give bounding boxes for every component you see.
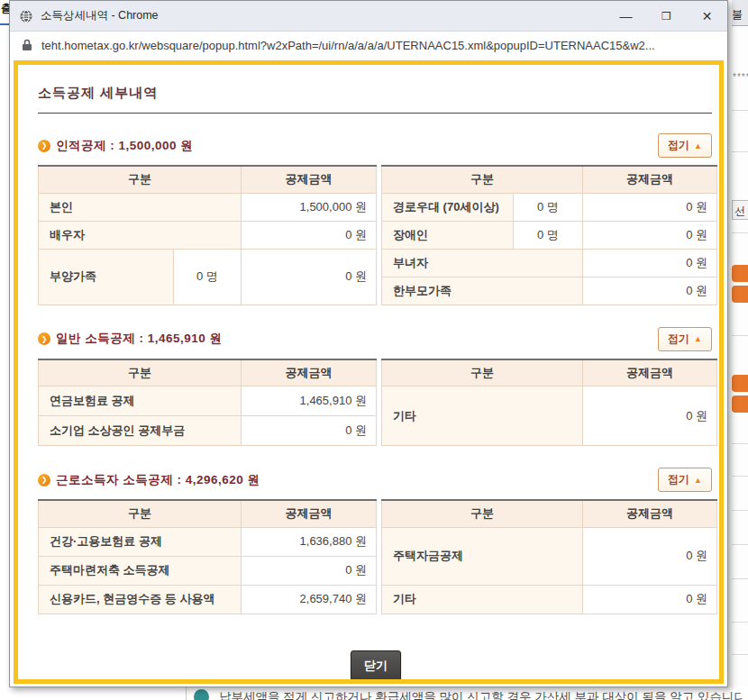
background-orange-button-fragment (732, 265, 748, 282)
row-value: 0 원 (242, 416, 377, 446)
url-bar[interactable]: teht.hometax.go.kr/websquare/popup.html?… (10, 32, 727, 59)
table-row: 신용카드, 현금영수증 등 사용액 2,659,740 원 (39, 585, 377, 614)
table-row: 배우자 0 원 (39, 221, 377, 249)
background-blue-line (0, 23, 9, 25)
globe-favicon-icon (19, 9, 33, 23)
column-header: 공제금액 (583, 500, 717, 527)
row-value: 0 원 (583, 585, 717, 614)
screen: 출 불 **** 선 납부세액을 적게 신고하거나 환급세액을 많이 신고할 경… (0, 0, 748, 700)
section-title-row: ❯ 인적공제 : 1,500,000 원 (38, 138, 193, 154)
window-title: 소득상세내역 - Chrome (41, 8, 606, 23)
table-row: 소기업 소상공인 공제부금 0 원 (39, 416, 377, 446)
background-orange-button-fragment (732, 375, 748, 392)
table-header-row: 구분 공제금액 (39, 359, 377, 386)
row-label: 배우자 (39, 221, 242, 249)
background-vertical-divider (186, 687, 187, 700)
row-value: 0 원 (583, 221, 717, 249)
table-header-row: 구분 공제금액 (39, 166, 377, 193)
arrow-circle-icon: ❯ (38, 474, 50, 486)
general-deduction-right-table: 구분 공제금액 기타 0 원 (381, 359, 717, 447)
section-earned-income-deduction: ❯ 근로소득자 소득공제 : 4,296,620 원 접기 ▲ 구분 공제금액 (38, 468, 714, 614)
background-tab-fragment: 불 (732, 0, 748, 26)
earned-income-right-table: 구분 공제금액 주택자금공제 0 원 기타 0 원 (381, 499, 717, 614)
background-orange-button-fragment (732, 286, 748, 303)
background-divider (732, 232, 748, 233)
info-dot-icon (194, 689, 209, 700)
column-header: 구분 (39, 166, 242, 193)
row-value: 0 원 (242, 221, 377, 249)
row-label: 건강·고용보험료 공제 (39, 527, 242, 556)
section-title-row: ❯ 일반 소득공제 : 1,465,910 원 (38, 331, 223, 347)
table-row: 본인 1,500,000 원 (39, 193, 377, 221)
row-label: 신용카드, 현금영수증 등 사용액 (39, 585, 242, 614)
section-personal-deduction: ❯ 인적공제 : 1,500,000 원 접기 ▲ 구분 공제금액 (38, 133, 714, 305)
background-page-left: 출 (0, 0, 9, 700)
page-title: 소득공제 세부내역 (38, 85, 714, 102)
table-row: 기타 0 원 (382, 585, 717, 614)
row-label: 기타 (382, 386, 583, 446)
personal-deduction-left-table: 구분 공제금액 본인 1,500,000 원 배우자 0 원 부양가족 (38, 165, 377, 305)
section-general-deduction: ❯ 일반 소득공제 : 1,465,910 원 접기 ▲ 구분 공제금액 (38, 327, 714, 447)
row-value: 0 원 (583, 249, 717, 277)
table-header-row: 구분 공제금액 (382, 500, 717, 527)
row-label: 부양가족 (39, 249, 174, 305)
table-row: 건강·고용보험료 공제 1,636,880 원 (39, 527, 377, 556)
collapse-label: 접기 (668, 472, 689, 487)
arrow-circle-icon: ❯ (38, 140, 50, 152)
row-value: 0 원 (583, 527, 717, 585)
table-row: 장애인 0 명 0 원 (382, 221, 717, 249)
background-masked-text: **** (733, 72, 748, 82)
background-divider (732, 622, 748, 623)
row-value: 0 원 (242, 249, 377, 305)
row-value: 0 원 (583, 193, 717, 221)
background-divider (732, 151, 748, 152)
window-titlebar[interactable]: 소득상세내역 - Chrome — ❒ ✕ (10, 1, 727, 32)
table-header-row: 구분 공제금액 (382, 166, 717, 193)
table-row: 연금보험료 공제 1,465,910 원 (39, 386, 377, 416)
row-label: 기타 (382, 585, 583, 614)
section-title-row: ❯ 근로소득자 소득공제 : 4,296,620 원 (38, 472, 260, 488)
row-label: 소기업 소상공인 공제부금 (39, 416, 242, 446)
table-row: 경로우대 (70세이상) 0 명 0 원 (382, 193, 717, 221)
background-select-fragment: 선 (732, 200, 748, 220)
row-value: 0 원 (242, 556, 377, 585)
section-title: 일반 소득공제 : 1,465,910 원 (56, 331, 223, 347)
row-label: 주택자금공제 (382, 527, 583, 585)
column-header: 구분 (382, 166, 583, 193)
column-header: 공제금액 (242, 166, 377, 193)
table-header-row: 구분 공제금액 (39, 500, 377, 527)
row-count: 0 명 (514, 193, 583, 221)
table-row: 부양가족 0 명 0 원 (39, 249, 377, 305)
section-title: 근로소득자 소득공제 : 4,296,620 원 (56, 472, 260, 488)
column-header: 공제금액 (242, 500, 377, 527)
collapse-button[interactable]: 접기 ▲ (658, 468, 712, 492)
background-divider (732, 654, 748, 655)
row-label: 주택마련저축 소득공제 (39, 556, 242, 585)
table-row: 주택자금공제 0 원 (382, 527, 717, 585)
url-text: teht.hometax.go.kr/websquare/popup.html?… (41, 39, 655, 52)
collapse-button[interactable]: 접기 ▲ (658, 133, 712, 158)
close-window-button[interactable]: ✕ (687, 1, 727, 31)
background-divider (732, 578, 748, 579)
minimize-button[interactable]: — (606, 1, 646, 31)
background-divider (732, 110, 748, 111)
background-notice-text: 납부세액을 적게 신고하거나 환급세액을 많이 신고할 경우 가산세 부과 대상… (219, 689, 742, 700)
arrow-circle-icon: ❯ (38, 332, 50, 345)
background-page-right: 불 **** 선 (732, 0, 748, 700)
table-header-row: 구분 공제금액 (382, 359, 717, 386)
column-header: 구분 (39, 500, 242, 527)
row-count: 0 명 (514, 221, 583, 249)
column-header: 공제금액 (583, 359, 717, 386)
row-value: 2,659,740 원 (242, 585, 377, 614)
maximize-button[interactable]: ❒ (646, 1, 687, 31)
column-header: 구분 (382, 500, 583, 527)
close-button[interactable]: 닫기 (351, 650, 401, 681)
row-label: 한부모가족 (382, 277, 583, 305)
collapse-label: 접기 (668, 138, 689, 153)
earned-income-left-table: 구분 공제금액 건강·고용보험료 공제 1,636,880 원 주택마련저축 소… (38, 499, 377, 614)
row-label: 연금보험료 공제 (39, 386, 242, 416)
row-label: 본인 (39, 193, 242, 221)
column-header: 구분 (39, 359, 242, 386)
collapse-button[interactable]: 접기 ▲ (658, 327, 712, 351)
background-page-bottom: 납부세액을 적게 신고하거나 환급세액을 많이 신고할 경우 가산세 부과 대상… (9, 687, 748, 700)
